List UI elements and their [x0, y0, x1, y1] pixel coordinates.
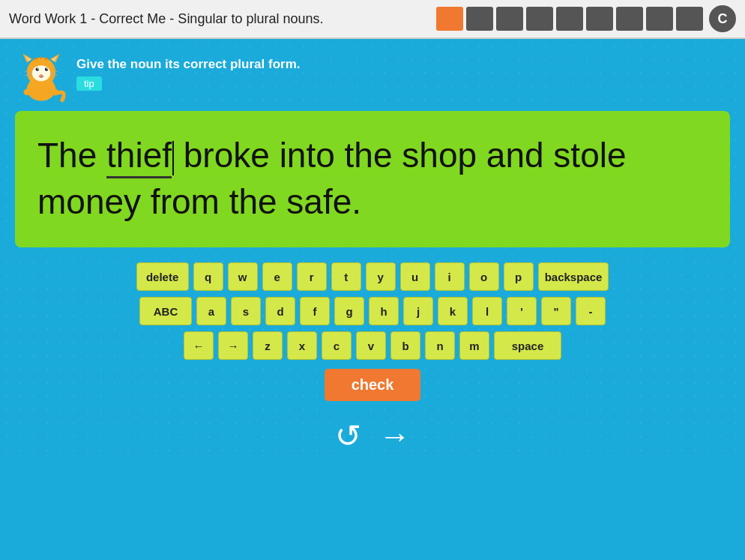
key-x[interactable]: x — [287, 331, 317, 360]
right-arrow-key[interactable]: → — [218, 331, 248, 360]
abc-key[interactable]: ABC — [139, 297, 192, 325]
key-g[interactable]: g — [334, 297, 364, 325]
left-arrow-key[interactable]: ← — [184, 331, 214, 360]
progress-block-2 — [466, 7, 493, 31]
delete-key[interactable]: delete — [136, 262, 189, 291]
svg-point-12 — [46, 68, 48, 70]
key-r[interactable]: r — [297, 262, 327, 291]
progress-block-9 — [676, 7, 703, 31]
key-k[interactable]: k — [438, 297, 468, 325]
key-h[interactable]: h — [369, 297, 399, 325]
sentence-box: The thief broke into the shop and stole … — [15, 111, 730, 247]
main-content: Give the noun its correct plural form. t… — [0, 39, 745, 462]
key-special[interactable]: ' — [507, 297, 537, 325]
key-c[interactable]: c — [322, 331, 352, 360]
key-n[interactable]: n — [425, 331, 455, 360]
progress-block-3 — [496, 7, 523, 31]
key-t[interactable]: t — [331, 262, 361, 291]
key-y[interactable]: y — [366, 262, 396, 291]
key-o[interactable]: o — [469, 262, 499, 291]
keyboard-area: deleteqwertyuiopbackspace ABCasdfghjkl'"… — [15, 262, 730, 401]
key-s[interactable]: s — [231, 297, 261, 325]
instruction-text: Give the noun its correct plural form. — [76, 57, 301, 72]
key-f[interactable]: f — [300, 297, 330, 325]
key-q[interactable]: q — [193, 262, 223, 291]
sentence-input-word[interactable]: thief — [106, 136, 172, 178]
keyboard-row-1: deleteqwertyuiopbackspace — [136, 262, 609, 291]
keyboard-row-2: ABCasdfghjkl'"- — [139, 297, 606, 325]
svg-point-10 — [45, 67, 48, 70]
key-z[interactable]: z — [253, 331, 283, 360]
reload-button[interactable]: ↺ — [335, 418, 361, 454]
key-b[interactable]: b — [390, 331, 420, 360]
tip-badge[interactable]: tip — [76, 76, 102, 91]
key-a[interactable]: a — [196, 297, 226, 325]
progress-block-8 — [646, 7, 673, 31]
progress-block-1 — [436, 7, 463, 31]
footer-nav: ↺ → — [15, 418, 730, 462]
c-button[interactable]: C — [709, 5, 736, 32]
progress-block-4 — [526, 7, 553, 31]
key-u[interactable]: u — [400, 262, 430, 291]
key-w[interactable]: w — [228, 262, 258, 291]
instruction-text-area: Give the noun its correct plural form. t… — [76, 51, 301, 91]
key-v[interactable]: v — [356, 331, 386, 360]
key-special[interactable]: - — [576, 297, 606, 325]
check-button[interactable]: check — [325, 369, 421, 401]
header-title: Word Work 1 - Correct Me - Singular to p… — [9, 11, 324, 27]
key-i[interactable]: i — [435, 262, 465, 291]
backspace-key[interactable]: backspace — [538, 262, 609, 291]
key-e[interactable]: e — [262, 262, 292, 291]
svg-point-9 — [36, 67, 39, 70]
progress-blocks — [436, 7, 703, 31]
progress-block-6 — [586, 7, 613, 31]
header: Word Work 1 - Correct Me - Singular to p… — [0, 0, 745, 39]
key-j[interactable]: j — [403, 297, 433, 325]
key-m[interactable]: m — [459, 331, 489, 360]
space-key[interactable]: space — [494, 331, 561, 360]
key-special[interactable]: " — [541, 297, 571, 325]
progress-block-7 — [616, 7, 643, 31]
progress-area: C — [436, 5, 736, 32]
key-d[interactable]: d — [265, 297, 295, 325]
sentence-text: The thief broke into the shop and stole … — [37, 132, 708, 225]
progress-block-5 — [556, 7, 583, 31]
svg-point-11 — [37, 68, 39, 70]
key-l[interactable]: l — [472, 297, 502, 325]
sentence-before: The — [37, 136, 106, 175]
instruction-row: Give the noun its correct plural form. t… — [15, 51, 730, 103]
next-button[interactable]: → — [379, 418, 411, 454]
cat-avatar — [15, 51, 67, 103]
keyboard-row-3: ←→zxcvbnmspace — [184, 331, 561, 360]
key-p[interactable]: p — [504, 262, 534, 291]
